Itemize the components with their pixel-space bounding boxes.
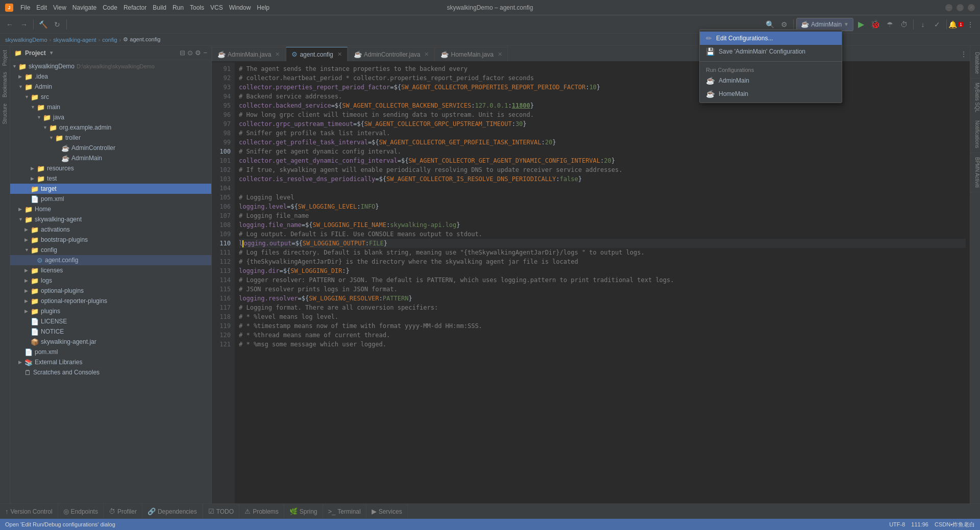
tree-item-logs[interactable]: ▶ 📁 logs <box>10 275 211 286</box>
back-button[interactable]: ← <box>3 18 16 31</box>
tree-item-notice[interactable]: 📄 NOTICE <box>10 326 211 337</box>
tree-item-optional-plugins[interactable]: ▶ 📁 optional-plugins <box>10 286 211 296</box>
tab-adminmain[interactable]: ☕ AdminMain.java ✕ <box>212 47 285 61</box>
tree-item-pom-admin[interactable]: 📄 pom.xml <box>10 194 211 204</box>
tree-item-license[interactable]: 📄 LICENSE <box>10 316 211 326</box>
breadcrumb-project[interactable]: skywalkingDemo <box>5 37 47 43</box>
maximize-button[interactable]: □ <box>957 4 964 11</box>
notifications-panel-toggle[interactable]: Notifications <box>970 116 980 153</box>
tree-item-test[interactable]: ▶ 📁 test <box>10 173 211 184</box>
tab-problems[interactable]: ⚠ Problems <box>239 504 284 519</box>
code-editor[interactable]: # The agent sends the instance propertie… <box>235 62 970 503</box>
vcs-update-btn[interactable]: ↓ <box>916 18 929 31</box>
tab-agentconfig[interactable]: ⚙ agent.config ✕ <box>286 47 347 61</box>
mybatis-panel-toggle[interactable]: MyBatis SQL <box>970 79 980 116</box>
tree-item-java[interactable]: ▼ 📁 java <box>10 112 211 122</box>
tree-item-skywalking-agent[interactable]: ▼ 📁 skywalking-agent <box>10 214 211 224</box>
structure-icon[interactable]: Structure <box>2 102 8 127</box>
tree-item-bootstrap-plugins[interactable]: ▶ 📁 bootstrap-plugins <box>10 235 211 245</box>
menu-help[interactable]: Help <box>257 4 270 11</box>
minimize-button[interactable]: ─ <box>945 4 952 11</box>
collapse-all-icon[interactable]: ⊟ <box>180 49 185 57</box>
breadcrumb-file[interactable]: ⚙ agent.config <box>123 36 160 43</box>
tree-item-scratches[interactable]: 🗒 Scratches and Consoles <box>10 367 211 377</box>
coverage-button[interactable]: ☂ <box>883 18 896 31</box>
close-button[interactable]: ✕ <box>968 4 975 11</box>
locate-icon[interactable]: ⊙ <box>187 49 193 57</box>
project-panel-toggle[interactable]: Project <box>2 48 8 68</box>
dropdown-run-homemain[interactable]: ☕ HomeMain <box>700 87 842 100</box>
tree-item-external-libraries[interactable]: ▶ 📚 External Libraries <box>10 357 211 367</box>
tab-more-button[interactable]: ⋮ <box>958 47 970 61</box>
tree-item-home[interactable]: ▶ 📁 Home <box>10 204 211 214</box>
tree-item-optional-reporter-plugins[interactable]: ▶ 📁 optional-reporter-plugins <box>10 296 211 306</box>
tree-item-plugins[interactable]: ▶ 📁 plugins <box>10 306 211 316</box>
more-btn[interactable]: ⋮ <box>964 18 977 31</box>
tab-todo[interactable]: ☑ TODO <box>203 504 239 519</box>
profile-button[interactable]: ⏱ <box>897 18 911 31</box>
menu-edit[interactable]: Edit <box>36 4 47 11</box>
sync-button[interactable]: ↻ <box>51 18 64 31</box>
menu-window[interactable]: Window <box>229 4 251 11</box>
menu-tools[interactable]: Tools <box>190 4 204 11</box>
tree-item-licenses[interactable]: ▶ 📁 licenses <box>10 265 211 275</box>
tree-item-src[interactable]: ▼ 📁 src <box>10 92 211 102</box>
dropdown-run-adminmain[interactable]: ☕ AdminMain <box>700 74 842 87</box>
line-119: 119 <box>212 321 231 331</box>
tab-dependencies[interactable]: 🔗 Dependencies <box>142 504 203 519</box>
tree-item-activations[interactable]: ▶ 📁 activations <box>10 224 211 235</box>
tab-admincontroller[interactable]: ☕ AdminController.java ✕ <box>348 47 435 61</box>
tab-close-admincontroller[interactable]: ✕ <box>424 51 429 58</box>
tree-item-resources[interactable]: ▶ 📁 resources <box>10 163 211 173</box>
project-panel-arrow[interactable]: ▼ <box>49 50 54 56</box>
minimize-panel-icon[interactable]: − <box>203 49 207 57</box>
menu-code[interactable]: Code <box>103 4 117 11</box>
menu-vcs[interactable]: VCS <box>210 4 223 11</box>
breadcrumb-module[interactable]: skywalking-agent <box>53 37 96 43</box>
tab-version-control[interactable]: ↑ Version Control <box>0 504 58 519</box>
tab-services[interactable]: ▶ Services <box>366 504 408 519</box>
tree-item-main[interactable]: ▼ 📁 main <box>10 102 211 112</box>
menu-build[interactable]: Build <box>153 4 166 11</box>
run-button[interactable]: ▶ <box>854 18 868 31</box>
open-edit-dialog-text[interactable]: Open 'Edit Run/Debug configurations' dia… <box>5 521 115 527</box>
tree-item-admin[interactable]: ▼ 📁 Admin <box>10 82 211 92</box>
menu-refactor[interactable]: Refactor <box>124 4 146 11</box>
tree-item-troller[interactable]: ▼ 📁 troller <box>10 133 211 143</box>
tree-item-idea[interactable]: ▶ 📁 .idea <box>10 71 211 82</box>
tree-item-adminmain[interactable]: ☕ AdminMain <box>10 153 211 163</box>
tree-item-pom-root[interactable]: 📄 pom.xml <box>10 347 211 357</box>
menu-navigate[interactable]: Navigate <box>72 4 96 11</box>
dropdown-edit-configurations[interactable]: ✏ Edit Configurations... <box>700 32 842 45</box>
build-button[interactable]: 🔨 <box>36 18 50 31</box>
tab-terminal[interactable]: >_ Terminal <box>323 504 366 519</box>
vcs-commit-btn[interactable]: ✓ <box>930 18 944 31</box>
menu-file[interactable]: File <box>20 4 30 11</box>
settings-icon[interactable]: ⚙ <box>195 49 201 57</box>
tree-item-org-example[interactable]: ▼ 📁 org.example.admin <box>10 122 211 133</box>
tree-item-skywalkingdemo[interactable]: ▼ 📁 skywalkingDemo D:\skywalking\skywalk… <box>10 61 211 71</box>
dropdown-save-configuration[interactable]: 💾 Save 'AdminMain' Configuration <box>700 45 842 58</box>
tab-homemain[interactable]: ☕ HomeMain.java ✕ <box>435 47 507 61</box>
breadcrumb-folder[interactable]: config <box>102 37 117 43</box>
bpmn-panel-toggle[interactable]: BPMN Activiti <box>970 153 980 192</box>
tree-item-admincontroller[interactable]: ☕ AdminController <box>10 143 211 153</box>
database-panel-toggle[interactable]: Database <box>970 48 980 79</box>
tab-close-agentconfig[interactable]: ✕ <box>337 51 342 58</box>
bookmarks-icon[interactable]: Bookmarks <box>2 70 8 99</box>
tab-profiler[interactable]: ⏱ Profiler <box>104 504 142 519</box>
tree-item-agent-jar[interactable]: 📦 skywalking-agent.jar <box>10 337 211 347</box>
tree-item-config[interactable]: ▼ 📁 config <box>10 245 211 255</box>
notifications-btn[interactable]: 🔔1 <box>949 18 963 31</box>
tree-item-agent-config[interactable]: ⚙ agent.config <box>10 255 211 265</box>
tab-close-adminmain[interactable]: ✕ <box>275 51 280 58</box>
tab-terminal-label: Terminal <box>337 508 360 515</box>
tab-close-homemain[interactable]: ✕ <box>498 51 502 58</box>
tab-spring[interactable]: 🌿 Spring <box>284 504 323 519</box>
tree-item-target[interactable]: 📁 target <box>10 184 211 194</box>
tab-endpoints[interactable]: ◎ Endpoints <box>58 504 104 519</box>
menu-run[interactable]: Run <box>173 4 184 11</box>
forward-button[interactable]: → <box>17 18 31 31</box>
menu-view[interactable]: View <box>53 4 66 11</box>
debug-button[interactable]: 🐞 <box>869 18 882 31</box>
